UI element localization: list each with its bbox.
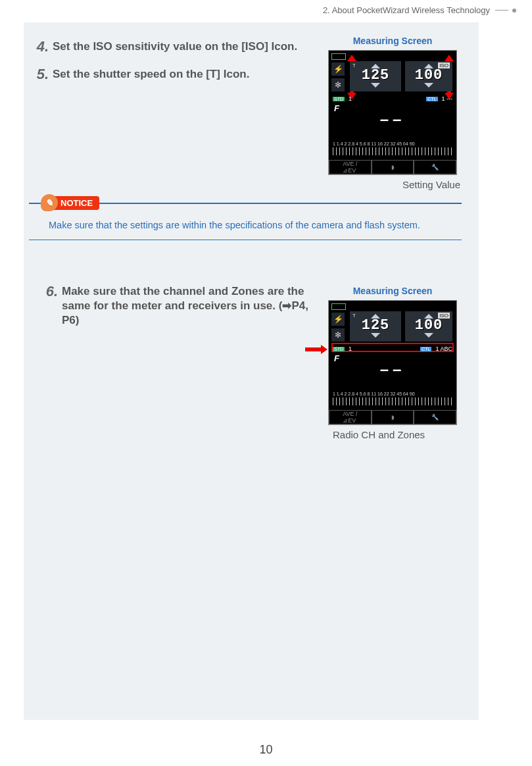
scale-numbers: 1 1.4 2 2.8 4 5.6 8 11 16 22 32 45 64 90 <box>333 141 452 146</box>
dashes: –– <box>329 360 456 378</box>
wrench-icon: 🔧 <box>414 410 456 424</box>
scale-numbers: 1 1.4 2 2.8 4 5.6 8 11 16 22 32 45 64 90 <box>333 392 452 396</box>
ave-ev-button: AVE /⊿EV <box>329 160 372 174</box>
meter-screen-2: ⚡ ✻ T 125 ISO 100 STD 1 <box>328 300 457 425</box>
button-row: AVE /⊿EV ◗ 🔧 <box>329 160 456 174</box>
std-badge: STD <box>333 347 345 351</box>
red-arrow-right-icon <box>305 345 327 354</box>
meter-screen-1: ⚡ ✻ T 125 ISO 100 <box>328 50 457 175</box>
gear-icon: ✻ <box>331 328 345 342</box>
scale-ticks <box>333 147 452 155</box>
chevron-down-icon <box>371 83 380 88</box>
notice-top-rule: ✎ NOTICE <box>29 203 462 204</box>
page: 2. About PocketWizard Wireless Technolog… <box>0 0 532 766</box>
battery-icon <box>331 53 346 60</box>
mid-left: 1 <box>349 95 352 102</box>
content-area: 4. Set the ISO sensitivity value on the … <box>24 22 479 720</box>
step-4-number: 4. <box>33 38 53 55</box>
figure-1-title: Measuring Screen <box>324 36 462 46</box>
figure-1-caption: Setting Value <box>324 175 462 190</box>
wrench-icon: 🔧 <box>414 160 456 174</box>
iso-value: 100 <box>405 319 452 333</box>
notice-box: ✎ NOTICE Make sure that the settings are… <box>29 203 462 240</box>
mid-left: 1 <box>349 345 352 352</box>
dome-icon: ◗ <box>372 410 414 424</box>
notice-label: NOTICE <box>51 196 99 210</box>
figure-2: Measuring Screen ⚡ ✻ T 125 ISO 100 <box>324 286 462 440</box>
pencil-icon: ✎ <box>41 194 58 211</box>
button-row: AVE /⊿EV ◗ 🔧 <box>329 410 456 424</box>
dashes: –– <box>329 110 456 128</box>
header-dot <box>512 9 516 13</box>
ctl-badge: CTL <box>426 97 437 101</box>
chevron-down-icon <box>424 333 433 338</box>
scale-ticks <box>333 397 452 405</box>
ctl-badge: CTL <box>420 347 431 351</box>
iso-value-box: ISO 100 <box>405 311 452 342</box>
t-label: T <box>352 63 356 68</box>
std-badge: STD <box>333 97 345 101</box>
t-value: 125 <box>350 68 401 83</box>
t-value-box: T 125 <box>350 61 401 91</box>
notice-tag: ✎ NOTICE <box>41 195 99 211</box>
page-number: 10 <box>0 743 532 757</box>
step-6-number: 6. <box>42 283 62 328</box>
aperture-scale: 1 1.4 2 2.8 4 5.6 8 11 16 22 32 45 64 90 <box>333 141 452 157</box>
ave-ev-button: AVE /⊿EV <box>329 410 372 424</box>
section-title: 2. About PocketWizard Wireless Technolog… <box>323 5 490 15</box>
mid-row: STD 1 CTL 1 --- <box>333 94 452 103</box>
step-5-number: 5. <box>33 66 53 83</box>
t-value-box: T 125 <box>350 311 401 342</box>
header-rule <box>495 10 508 11</box>
gear-icon: ✻ <box>331 78 345 91</box>
iso-value: 100 <box>405 68 452 83</box>
figure-2-title: Measuring Screen <box>324 286 462 296</box>
figure-1: Measuring Screen ⚡ ✻ T 125 IS <box>324 36 462 190</box>
figure-2-caption: Radio CH and Zones <box>324 425 462 440</box>
running-header: 2. About PocketWizard Wireless Technolog… <box>0 5 532 15</box>
iso-label: ISO <box>438 313 450 319</box>
mid-row: STD 1 CTL 1 ABC <box>333 344 452 353</box>
battery-icon <box>331 303 346 310</box>
t-value: 125 <box>350 319 401 333</box>
flash-icon: ⚡ <box>331 313 345 326</box>
mid-right: 1 --- <box>442 95 453 102</box>
chevron-down-icon <box>371 333 380 338</box>
notice-bottom-rule <box>29 240 462 240</box>
t-label: T <box>352 313 356 319</box>
aperture-scale: 1 1.4 2 2.8 4 5.6 8 11 16 22 32 45 64 90 <box>333 392 452 407</box>
iso-label: ISO <box>438 63 450 68</box>
iso-value-box: ISO 100 <box>405 61 452 91</box>
flash-icon: ⚡ <box>331 63 345 76</box>
chevron-down-icon <box>424 83 433 88</box>
mid-right: 1 ABC <box>435 345 452 352</box>
dome-icon: ◗ <box>372 160 414 174</box>
